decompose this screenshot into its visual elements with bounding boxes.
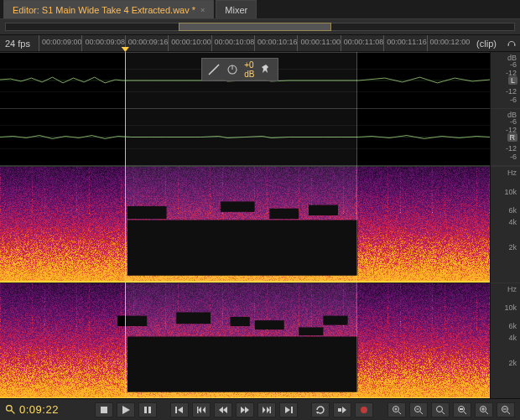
svg-rect-45: [460, 408, 463, 410]
editor-body: +0 dB dB -6 -12 -∞ -12: [0, 52, 520, 398]
scale-wave-right: dB -6 -12 -∞ -12 -6 R: [491, 109, 520, 166]
snap-icon[interactable]: [503, 38, 520, 49]
timeline-tick: 00:00:11:08: [341, 35, 384, 51]
scale-wave-left: dB -6 -12 -∞ -12 -6 L: [491, 52, 520, 109]
timeline-tick: 00:00:12:00: [427, 35, 471, 51]
scale-unit: Hz: [507, 285, 517, 293]
zoom-out-button[interactable]: [409, 402, 428, 417]
skip-selection-button[interactable]: [333, 402, 351, 417]
svg-marker-24: [245, 407, 249, 413]
timeline-tick: 00:00:09:08: [81, 35, 125, 51]
timeline-ticks[interactable]: 00:00:09:0000:00:09:0800:00:09:1600:00:1…: [39, 35, 470, 51]
scale-spec-right: Hz 10k 6k 4k 2k: [491, 283, 520, 399]
svg-rect-0: [508, 44, 510, 45]
svg-marker-25: [263, 407, 266, 413]
timecode-display[interactable]: 0:09:22: [5, 403, 81, 416]
view-column: +0 dB: [0, 52, 490, 398]
svg-rect-29: [291, 407, 293, 413]
svg-line-11: [11, 410, 14, 413]
transport-bar: 0:09:22: [0, 398, 520, 420]
svg-rect-27: [270, 407, 272, 413]
svg-point-33: [361, 407, 367, 413]
playhead[interactable]: [125, 52, 126, 398]
magnifier-icon: [5, 404, 16, 415]
timeline-tick: 00:00:10:00: [168, 35, 211, 51]
svg-marker-21: [219, 407, 223, 413]
amplitude-scale-column: dB -6 -12 -∞ -12 -6 L dB -6 -12 -∞ -12 -…: [490, 52, 520, 398]
play-button[interactable]: [117, 402, 135, 417]
tab-editor[interactable]: Editor: S1 Main Wide Take 4 Extracted.wa…: [3, 0, 214, 18]
svg-point-10: [7, 406, 13, 412]
scale-spec-left: Hz 10k 6k 4k 2k: [491, 166, 520, 283]
svg-marker-28: [285, 407, 290, 413]
svg-marker-32: [342, 407, 346, 413]
panel-tabs: Editor: S1 Main Wide Take 4 Extracted.wa…: [0, 0, 520, 18]
svg-rect-16: [175, 407, 177, 413]
svg-line-52: [507, 412, 510, 414]
svg-marker-17: [178, 407, 183, 413]
tab-label: Editor: S1 Main Wide Take 4 Extracted.wa…: [13, 5, 195, 15]
svg-point-41: [437, 406, 443, 412]
stop-button[interactable]: [95, 402, 113, 417]
tab-mixer[interactable]: Mixer: [216, 0, 257, 18]
svg-marker-22: [223, 407, 227, 413]
timeline-tick: 00:00:11:16: [383, 35, 427, 51]
loop-button[interactable]: [311, 402, 330, 417]
fps-label: 24 fps: [0, 39, 39, 49]
prev-marker-button[interactable]: [192, 402, 211, 417]
navigator-track[interactable]: [5, 23, 515, 31]
pause-button[interactable]: [138, 402, 157, 417]
svg-rect-14: [144, 407, 147, 413]
goto-start-button[interactable]: [170, 402, 189, 417]
svg-rect-18: [197, 407, 199, 413]
svg-line-44: [464, 412, 466, 414]
timeline-tick: 00:00:09:16: [125, 35, 169, 51]
svg-rect-12: [101, 407, 107, 413]
record-button[interactable]: [355, 402, 373, 417]
svg-marker-20: [203, 407, 206, 413]
svg-line-39: [420, 412, 423, 414]
fast-forward-button[interactable]: [236, 402, 254, 417]
svg-marker-26: [267, 407, 270, 413]
svg-line-49: [486, 412, 488, 414]
svg-rect-31: [338, 408, 341, 412]
timeline-tick: 00:00:10:16: [254, 35, 298, 51]
svg-marker-23: [241, 407, 245, 413]
zoom-controls: [387, 402, 515, 417]
timeline-tick: 00:00:10:08: [211, 35, 255, 51]
svg-rect-1: [514, 44, 516, 45]
clip-label: (clip): [470, 39, 503, 49]
timeline-tick: 00:00:09:00: [39, 35, 82, 51]
zoom-in-button[interactable]: [387, 402, 406, 417]
tab-label: Mixer: [225, 5, 247, 15]
timecode-value: 0:09:22: [19, 403, 59, 416]
svg-rect-15: [148, 407, 151, 413]
svg-marker-13: [122, 406, 130, 414]
goto-end-button[interactable]: [279, 402, 298, 417]
zoom-out-vertical-button[interactable]: [497, 402, 515, 417]
svg-marker-19: [199, 407, 202, 413]
navigator-bar: [0, 18, 520, 35]
timeline-ruler[interactable]: 24 fps 00:00:09:0000:00:09:0800:00:09:16…: [0, 35, 520, 52]
scale-unit: Hz: [507, 169, 517, 177]
zoom-in-vertical-button[interactable]: [475, 402, 493, 417]
rewind-button[interactable]: [214, 402, 232, 417]
zoom-selection-button[interactable]: [453, 402, 471, 417]
navigator-viewport[interactable]: [179, 23, 331, 31]
svg-line-35: [398, 412, 401, 414]
selection-region[interactable]: [125, 52, 357, 398]
channel-badge-r: R: [507, 133, 518, 142]
zoom-full-button[interactable]: [431, 402, 450, 417]
next-marker-button[interactable]: [257, 402, 276, 417]
svg-line-42: [442, 412, 445, 414]
close-icon[interactable]: ×: [200, 6, 205, 14]
timeline-tick: 00:00:11:00: [297, 35, 341, 51]
channel-badge-l: L: [508, 76, 517, 85]
